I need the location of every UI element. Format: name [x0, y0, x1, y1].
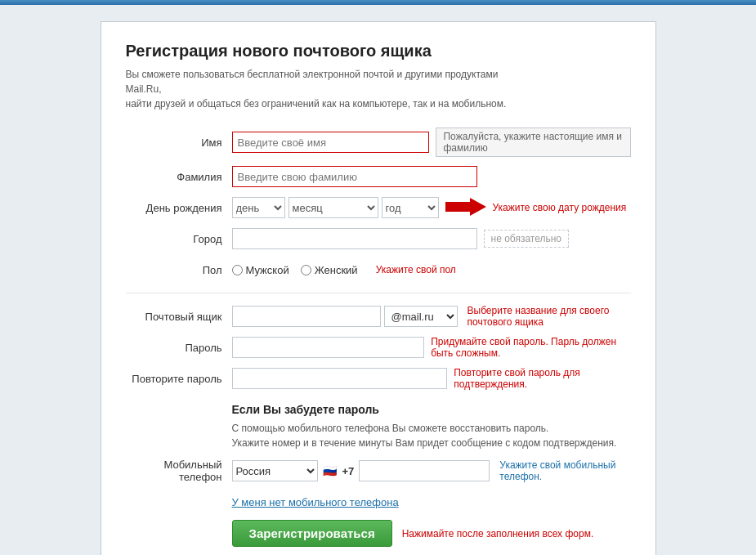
recovery-title: Если Вы забудете пароль	[232, 403, 631, 416]
birthday-label: День рождения	[126, 202, 232, 214]
password-confirm-row: Повторите пароль Повторите свой пароль д…	[126, 367, 631, 390]
password-row: Пароль Придумайте свой пароль. Парль дол…	[126, 336, 631, 359]
register-button[interactable]: Зарегистрироваться	[232, 520, 392, 547]
email-label: Почтовый ящик	[126, 311, 232, 323]
birthday-arrow-icon	[445, 197, 486, 219]
password-confirm-hint: Повторите свой пароль для подтверждения.	[454, 367, 630, 390]
svg-marker-0	[445, 198, 486, 216]
birthday-row: День рождения день месяц год	[126, 196, 631, 219]
firstname-label: Имя	[126, 137, 232, 149]
phone-field: Россия 🇷🇺 +7 Укажите свой мобильный теле…	[232, 459, 631, 482]
recovery-description: С помощью мобильного телефона Вы сможете…	[232, 421, 631, 450]
password-confirm-label: Повторите пароль	[126, 373, 232, 385]
city-label: Город	[126, 233, 232, 245]
phone-hint: Укажите свой мобильный телефон.	[499, 459, 630, 482]
firstname-field: Пожалуйста, укажите настоящие имя и фами…	[232, 128, 631, 157]
birthday-month-select[interactable]: месяц	[289, 197, 378, 218]
form-subtitle: Вы сможете пользоваться бесплатной элект…	[126, 67, 535, 111]
gender-field: Мужской Женский Укажите свой пол	[232, 264, 631, 276]
page-wrapper: Регистрация нового почтового ящика Вы см…	[0, 5, 756, 555]
password-input[interactable]	[232, 337, 425, 358]
birthday-day-select[interactable]: день	[232, 197, 285, 218]
gender-female-label[interactable]: Женский	[301, 264, 358, 276]
firstname-input[interactable]	[232, 132, 430, 153]
city-row: Город не обязательно	[126, 227, 631, 250]
gender-male-radio[interactable]	[232, 265, 243, 275]
gender-label: Пол	[126, 264, 232, 276]
email-input[interactable]	[232, 306, 381, 327]
firstname-tooltip: Пожалуйста, укажите настоящие имя и фами…	[436, 128, 630, 157]
password-hint: Придумайте свой пароль. Парль должен быт…	[431, 336, 630, 359]
password-field: Придумайте свой пароль. Парль должен быт…	[232, 336, 631, 359]
register-btn-row: Зарегистрироваться Нажимайте после запол…	[232, 520, 631, 547]
city-field: не обязательно	[232, 228, 631, 249]
gender-male-label[interactable]: Мужской	[232, 264, 289, 276]
form-divider-1	[126, 293, 631, 293]
birthday-hint: Укажите свою дату рождения	[493, 202, 627, 213]
city-input[interactable]	[232, 228, 477, 249]
phone-flag-icon: 🇷🇺	[323, 464, 337, 477]
recovery-section: Если Вы забудете пароль С помощью мобиль…	[232, 403, 631, 450]
city-optional: не обязательно	[484, 230, 570, 248]
gender-female-text: Женский	[315, 264, 358, 276]
register-hint: Нажимайте после заполнения всех форм.	[402, 528, 594, 539]
birthday-field: день месяц год Укажите свою дату рожд	[232, 197, 631, 219]
no-phone-link[interactable]: У меня нет мобильного телефона	[232, 496, 399, 508]
lastname-row: Фамилия	[126, 165, 631, 188]
firstname-row: Имя Пожалуйста, укажите настоящие имя и …	[126, 128, 631, 157]
email-field: @mail.ru @inbox.ru @list.ru @bk.ru Выбер…	[232, 305, 631, 328]
birthday-year-select[interactable]: год	[382, 197, 439, 218]
email-row: Почтовый ящик @mail.ru @inbox.ru @list.r…	[126, 305, 631, 328]
gender-female-radio[interactable]	[301, 265, 311, 275]
gender-male-text: Мужской	[246, 264, 289, 276]
form-container: Регистрация нового почтового ящика Вы см…	[101, 21, 656, 555]
phone-label: Мобильный телефон	[126, 459, 232, 483]
password-label: Пароль	[126, 342, 232, 354]
email-domain-select[interactable]: @mail.ru @inbox.ru @list.ru @bk.ru	[384, 306, 458, 327]
password-confirm-field: Повторите свой пароль для подтверждения.	[232, 367, 631, 390]
password-confirm-input[interactable]	[232, 368, 448, 389]
phone-country-select[interactable]: Россия	[232, 460, 319, 481]
phone-row: Мобильный телефон Россия 🇷🇺 +7 Укажите с…	[126, 459, 631, 483]
gender-row: Пол Мужской Женский Укажите свой пол	[126, 258, 631, 281]
gender-hint: Укажите свой пол	[376, 264, 456, 275]
phone-code: +7	[342, 465, 354, 477]
lastname-field	[232, 166, 631, 187]
lastname-input[interactable]	[232, 166, 477, 187]
form-title: Регистрация нового почтового ящика	[126, 42, 631, 60]
email-hint: Выберите название для своего почтового я…	[467, 305, 631, 328]
phone-input[interactable]	[359, 460, 490, 481]
lastname-label: Фамилия	[126, 171, 232, 183]
